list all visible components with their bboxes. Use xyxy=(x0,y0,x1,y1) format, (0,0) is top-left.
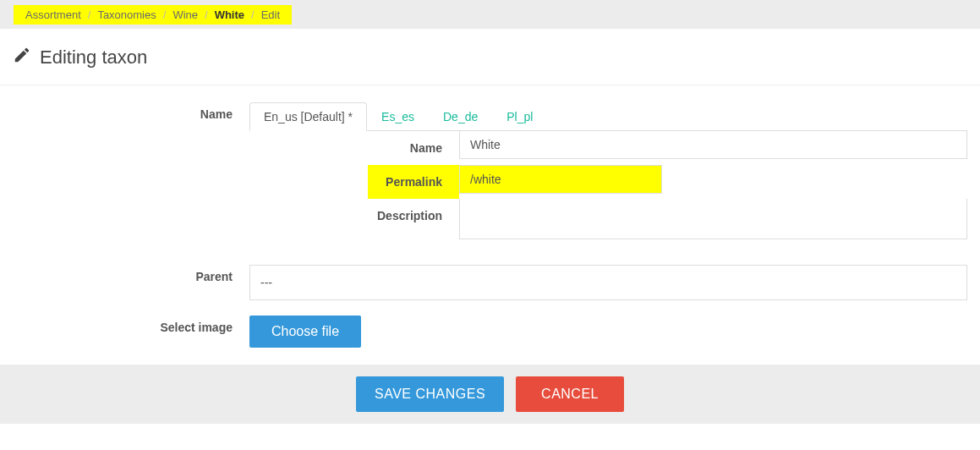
breadcrumb-edit[interactable]: Edit xyxy=(261,8,280,21)
button-choose-file[interactable]: Choose file xyxy=(249,316,361,348)
page-header: Editing taxon xyxy=(0,29,980,85)
button-cancel[interactable]: CANCEL xyxy=(516,376,624,412)
button-save-changes[interactable]: SAVE CHANGES xyxy=(356,376,504,412)
tab-de-de[interactable]: De_de xyxy=(429,102,492,131)
breadcrumb-sep: / xyxy=(88,8,91,21)
tab-pl-pl[interactable]: Pl_pl xyxy=(492,102,547,131)
page-title: Editing taxon xyxy=(40,47,147,69)
breadcrumb-assortment[interactable]: Assortment xyxy=(25,8,81,21)
label-permalink: Permalink xyxy=(368,165,459,199)
label-subname: Name xyxy=(368,131,459,165)
input-description[interactable] xyxy=(459,199,967,239)
pencil-icon xyxy=(13,46,31,69)
breadcrumb-bar: Assortment / Taxonomies / Wine / White /… xyxy=(0,0,980,29)
label-name: Name xyxy=(13,102,249,239)
tab-en-us[interactable]: En_us [Default] * xyxy=(249,102,367,131)
breadcrumb-sep: / xyxy=(163,8,167,21)
label-description: Description xyxy=(368,199,459,239)
breadcrumb-sep: / xyxy=(205,8,208,21)
locale-tabs: En_us [Default] * Es_es De_de Pl_pl xyxy=(249,102,967,131)
breadcrumb-sep: / xyxy=(251,8,255,21)
breadcrumb-taxonomies[interactable]: Taxonomies xyxy=(97,8,156,21)
footer-bar: SAVE CHANGES CANCEL xyxy=(0,365,980,424)
breadcrumb-wine[interactable]: Wine xyxy=(172,8,198,21)
label-select-image: Select image xyxy=(13,316,249,348)
breadcrumb-white[interactable]: White xyxy=(215,8,244,21)
tab-es-es[interactable]: Es_es xyxy=(367,102,429,131)
breadcrumb: Assortment / Taxonomies / Wine / White /… xyxy=(14,5,292,25)
select-parent[interactable]: --- xyxy=(249,265,967,300)
input-permalink[interactable] xyxy=(459,165,662,194)
input-name[interactable] xyxy=(459,131,967,159)
label-parent: Parent xyxy=(13,265,249,300)
